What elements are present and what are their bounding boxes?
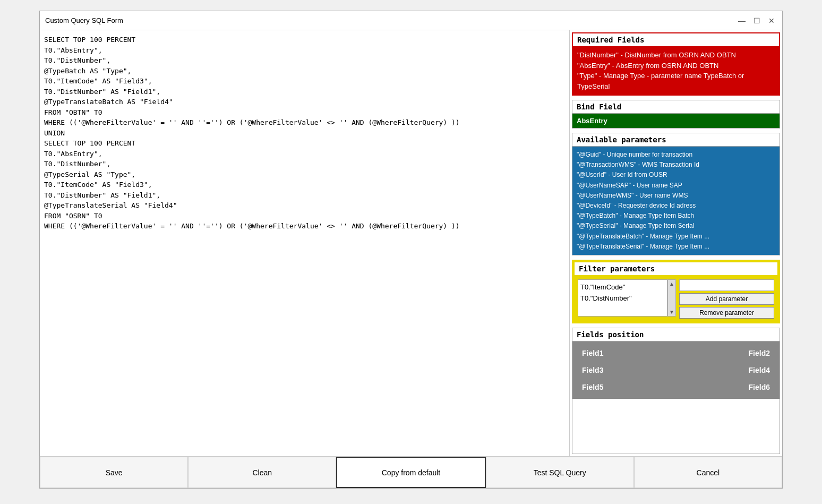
fields-position-header: Fields position [572, 328, 780, 341]
filter-input[interactable] [679, 279, 774, 291]
filter-right: Add parameter Remove parameter [679, 279, 774, 319]
field-pos-3: Field3 [577, 363, 675, 378]
right-panel: Required Fields "DistNumber" - DistNumbe… [570, 30, 782, 456]
main-window: Custom Query SQL Form — ☐ ✕ SELECT TOP 1… [39, 11, 783, 489]
field-pos-1: Field1 [577, 346, 675, 361]
field-pos-6: Field6 [677, 380, 775, 395]
sql-editor[interactable]: SELECT TOP 100 PERCENT T0."AbsEntry", T0… [40, 30, 570, 456]
filter-item-2[interactable]: T0."DistNumber" [580, 293, 665, 304]
available-parameters-section: Available parameters "@Guid" - Unique nu… [572, 133, 780, 255]
required-fields-header: Required Fields [573, 33, 779, 47]
maximize-button[interactable]: ☐ [751, 15, 762, 26]
required-field-line-1: "DistNumber" - DistNumber from OSRN AND … [577, 50, 775, 61]
filter-scrollbar[interactable]: ▲ ▼ [667, 279, 676, 317]
field-pos-2: Field2 [677, 346, 775, 361]
filter-parameters-section: Filter parameters T0."ItemCode" T0."Dist… [572, 260, 780, 323]
filter-item-1[interactable]: T0."ItemCode" [580, 282, 665, 293]
sql-text[interactable]: SELECT TOP 100 PERCENT T0."AbsEntry", T0… [44, 35, 565, 232]
scroll-down-icon[interactable]: ▼ [669, 309, 674, 315]
remove-parameter-button[interactable]: Remove parameter [679, 307, 774, 319]
window-title: Custom Query SQL Form [45, 16, 123, 24]
bottom-bar: Save Clean Copy from default Test SQL Qu… [40, 456, 782, 488]
available-parameters-header: Available parameters [572, 133, 780, 147]
scroll-up-icon[interactable]: ▲ [669, 281, 674, 287]
param-username-wms: "@UserNameWMS" - User name WMS [577, 191, 775, 201]
param-guid: "@Guid" - Unique number for transaction [577, 150, 775, 160]
filter-parameters-header: Filter parameters [573, 261, 778, 276]
main-content: SELECT TOP 100 PERCENT T0."AbsEntry", T0… [40, 30, 782, 456]
param-deviceid: "@DeviceId" - Requester device Id adress [577, 201, 775, 211]
param-typetranslatebatch: "@TypeTranslateBatch" - Manage Type Item… [577, 232, 775, 242]
filter-list: T0."ItemCode" T0."DistNumber" [578, 279, 667, 317]
add-parameter-button[interactable]: Add parameter [679, 293, 774, 305]
minimize-button[interactable]: — [737, 15, 747, 26]
bind-field-section: Bind Field AbsEntry [572, 100, 780, 129]
bind-field-value: AbsEntry [572, 114, 780, 128]
fields-position-body: Field1 Field2 Field3 Field4 Field5 Field… [572, 341, 780, 399]
field-pos-5: Field5 [577, 380, 675, 395]
cancel-button[interactable]: Cancel [634, 457, 782, 488]
filter-list-wrapper: T0."ItemCode" T0."DistNumber" ▲ ▼ [578, 279, 676, 317]
filter-parameters-body: T0."ItemCode" T0."DistNumber" ▲ ▼ Add pa… [573, 276, 778, 322]
save-button[interactable]: Save [40, 457, 188, 488]
available-parameters-body: "@Guid" - Unique number for transaction … [572, 147, 780, 255]
fields-position-section: Fields position Field1 Field2 Field3 Fie… [572, 328, 780, 454]
clean-button[interactable]: Clean [188, 457, 336, 488]
param-typebatch: "@TypeBatch" - Manage Type Item Batch [577, 211, 775, 221]
required-fields-body: "DistNumber" - DistNumber from OSRN AND … [573, 47, 779, 95]
field-pos-4: Field4 [677, 363, 775, 378]
copy-from-default-button[interactable]: Copy from default [336, 457, 485, 488]
required-field-line-3: "Type" - Manage Type - parameter name Ty… [577, 71, 775, 91]
required-fields-section: Required Fields "DistNumber" - DistNumbe… [572, 32, 780, 96]
required-field-line-2: "AbsEntry" - AbsEntry from OSRN AND OBTN [577, 61, 775, 71]
close-button[interactable]: ✕ [766, 15, 777, 26]
titlebar: Custom Query SQL Form — ☐ ✕ [40, 11, 782, 30]
test-sql-button[interactable]: Test SQL Query [486, 457, 634, 488]
titlebar-controls: — ☐ ✕ [737, 15, 777, 26]
param-typeserial: "@TypeSerial" - Manage Type Item Serial [577, 221, 775, 231]
param-userid: "@UserId" - User Id from OUSR [577, 170, 775, 180]
param-typetranslateserial: "@TypeTranslateSerial" - Manage Type Ite… [577, 242, 775, 252]
param-transaction-wms: "@TransactionWMS" - WMS Transaction Id [577, 160, 775, 170]
bind-field-header: Bind Field [572, 100, 780, 114]
param-username-sap: "@UserNameSAP" - User name SAP [577, 181, 775, 191]
